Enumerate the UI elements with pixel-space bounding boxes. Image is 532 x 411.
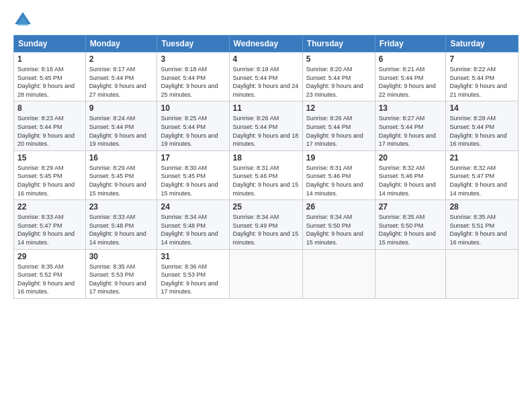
day-cell: 10 Sunrise: 8:25 AMSunset: 5:44 PMDaylig… [157,101,229,150]
day-cell: 17 Sunrise: 8:30 AMSunset: 5:45 PMDaylig… [157,150,229,199]
weekday-header-monday: Monday [85,36,157,52]
day-number: 21 [449,153,515,163]
day-number: 1 [17,54,82,64]
week-row-0: 1 Sunrise: 8:16 AMSunset: 5:45 PMDayligh… [14,52,519,101]
day-info: Sunrise: 8:34 AMSunset: 5:48 PMDaylight:… [161,214,218,246]
day-number: 12 [306,103,371,113]
day-cell: 28 Sunrise: 8:35 AMSunset: 5:51 PMDaylig… [446,200,519,249]
day-cell: 21 Sunrise: 8:32 AMSunset: 5:47 PMDaylig… [446,150,519,199]
day-cell: 1 Sunrise: 8:16 AMSunset: 5:45 PMDayligh… [14,52,86,101]
week-row-1: 8 Sunrise: 8:23 AMSunset: 5:44 PMDayligh… [14,101,519,150]
day-number: 4 [233,54,299,64]
logo-icon [13,11,32,30]
day-number: 24 [161,202,225,212]
day-cell: 8 Sunrise: 8:23 AMSunset: 5:44 PMDayligh… [14,101,86,150]
week-row-2: 15 Sunrise: 8:29 AMSunset: 5:45 PMDaylig… [14,150,519,199]
day-info: Sunrise: 8:32 AMSunset: 5:47 PMDaylight:… [449,165,506,197]
day-info: Sunrise: 8:35 AMSunset: 5:50 PMDaylight:… [379,214,436,246]
day-number: 18 [233,153,299,163]
day-cell: 30 Sunrise: 8:35 AMSunset: 5:53 PMDaylig… [85,249,157,298]
day-number: 23 [89,202,154,212]
day-info: Sunrise: 8:29 AMSunset: 5:45 PMDaylight:… [89,165,146,197]
day-info: Sunrise: 8:20 AMSunset: 5:44 PMDaylight:… [306,66,363,98]
weekday-header-friday: Friday [375,36,446,52]
day-cell: 27 Sunrise: 8:35 AMSunset: 5:50 PMDaylig… [375,200,446,249]
day-info: Sunrise: 8:34 AMSunset: 5:49 PMDaylight:… [233,214,299,246]
day-number: 26 [306,202,371,212]
day-number: 25 [233,202,299,212]
day-info: Sunrise: 8:35 AMSunset: 5:52 PMDaylight:… [17,263,75,295]
day-number: 20 [379,153,443,163]
weekday-header-thursday: Thursday [302,36,375,52]
day-number: 15 [17,153,82,163]
day-cell: 11 Sunrise: 8:26 AMSunset: 5:44 PMDaylig… [229,101,302,150]
day-number: 6 [379,54,443,64]
header [13,11,519,30]
day-cell [375,249,446,298]
day-cell: 13 Sunrise: 8:27 AMSunset: 5:44 PMDaylig… [375,101,446,150]
day-cell: 24 Sunrise: 8:34 AMSunset: 5:48 PMDaylig… [157,200,229,249]
day-info: Sunrise: 8:35 AMSunset: 5:53 PMDaylight:… [89,263,146,295]
day-cell: 7 Sunrise: 8:22 AMSunset: 5:44 PMDayligh… [446,52,519,101]
day-info: Sunrise: 8:35 AMSunset: 5:51 PMDaylight:… [449,214,506,246]
day-number: 8 [17,103,82,113]
day-info: Sunrise: 8:33 AMSunset: 5:48 PMDaylight:… [89,214,146,246]
day-cell: 22 Sunrise: 8:33 AMSunset: 5:47 PMDaylig… [14,200,86,249]
day-cell [446,249,519,298]
day-number: 13 [379,103,443,113]
day-cell: 20 Sunrise: 8:32 AMSunset: 5:46 PMDaylig… [375,150,446,199]
day-info: Sunrise: 8:26 AMSunset: 5:44 PMDaylight:… [306,115,363,147]
day-info: Sunrise: 8:31 AMSunset: 5:46 PMDaylight:… [306,165,363,197]
day-cell: 4 Sunrise: 8:19 AMSunset: 5:44 PMDayligh… [229,52,302,101]
day-cell: 29 Sunrise: 8:35 AMSunset: 5:52 PMDaylig… [14,249,86,298]
calendar-table: SundayMondayTuesdayWednesdayThursdayFrid… [13,35,519,299]
day-info: Sunrise: 8:26 AMSunset: 5:44 PMDaylight:… [233,115,299,147]
day-number: 3 [161,54,225,64]
day-cell: 5 Sunrise: 8:20 AMSunset: 5:44 PMDayligh… [302,52,375,101]
day-number: 27 [379,202,443,212]
day-info: Sunrise: 8:19 AMSunset: 5:44 PMDaylight:… [233,66,299,98]
day-info: Sunrise: 8:31 AMSunset: 5:46 PMDaylight:… [233,165,299,197]
day-cell: 9 Sunrise: 8:24 AMSunset: 5:44 PMDayligh… [85,101,157,150]
day-number: 5 [306,54,371,64]
day-number: 17 [161,153,225,163]
day-number: 14 [449,103,515,113]
day-info: Sunrise: 8:24 AMSunset: 5:44 PMDaylight:… [89,115,146,147]
day-info: Sunrise: 8:32 AMSunset: 5:46 PMDaylight:… [379,165,436,197]
week-row-4: 29 Sunrise: 8:35 AMSunset: 5:52 PMDaylig… [14,249,519,298]
day-cell: 3 Sunrise: 8:18 AMSunset: 5:44 PMDayligh… [157,52,229,101]
day-number: 22 [17,202,82,212]
day-number: 2 [89,54,154,64]
calendar-page: SundayMondayTuesdayWednesdayThursdayFrid… [0,0,532,306]
weekday-header-sunday: Sunday [14,36,86,52]
day-number: 29 [17,252,82,261]
day-number: 10 [161,103,225,113]
day-cell: 23 Sunrise: 8:33 AMSunset: 5:48 PMDaylig… [85,200,157,249]
day-info: Sunrise: 8:34 AMSunset: 5:50 PMDaylight:… [306,214,363,246]
logo [13,11,35,30]
day-info: Sunrise: 8:36 AMSunset: 5:53 PMDaylight:… [161,263,218,295]
day-number: 16 [89,153,154,163]
day-cell: 18 Sunrise: 8:31 AMSunset: 5:46 PMDaylig… [229,150,302,199]
day-info: Sunrise: 8:27 AMSunset: 5:44 PMDaylight:… [379,115,436,147]
day-number: 30 [89,252,154,261]
day-cell: 14 Sunrise: 8:28 AMSunset: 5:44 PMDaylig… [446,101,519,150]
day-cell: 15 Sunrise: 8:29 AMSunset: 5:45 PMDaylig… [14,150,86,199]
day-cell: 26 Sunrise: 8:34 AMSunset: 5:50 PMDaylig… [302,200,375,249]
week-row-3: 22 Sunrise: 8:33 AMSunset: 5:47 PMDaylig… [14,200,519,249]
weekday-header-tuesday: Tuesday [157,36,229,52]
day-number: 7 [449,54,515,64]
day-info: Sunrise: 8:21 AMSunset: 5:44 PMDaylight:… [379,66,436,98]
day-info: Sunrise: 8:33 AMSunset: 5:47 PMDaylight:… [17,214,75,246]
day-info: Sunrise: 8:22 AMSunset: 5:44 PMDaylight:… [449,66,506,98]
weekday-header-row: SundayMondayTuesdayWednesdayThursdayFrid… [14,36,519,52]
day-cell: 31 Sunrise: 8:36 AMSunset: 5:53 PMDaylig… [157,249,229,298]
day-number: 19 [306,153,371,163]
day-info: Sunrise: 8:17 AMSunset: 5:44 PMDaylight:… [89,66,146,98]
weekday-header-saturday: Saturday [446,36,519,52]
weekday-header-wednesday: Wednesday [229,36,302,52]
day-info: Sunrise: 8:18 AMSunset: 5:44 PMDaylight:… [161,66,218,98]
day-info: Sunrise: 8:28 AMSunset: 5:44 PMDaylight:… [449,115,506,147]
day-cell: 12 Sunrise: 8:26 AMSunset: 5:44 PMDaylig… [302,101,375,150]
day-cell: 16 Sunrise: 8:29 AMSunset: 5:45 PMDaylig… [85,150,157,199]
